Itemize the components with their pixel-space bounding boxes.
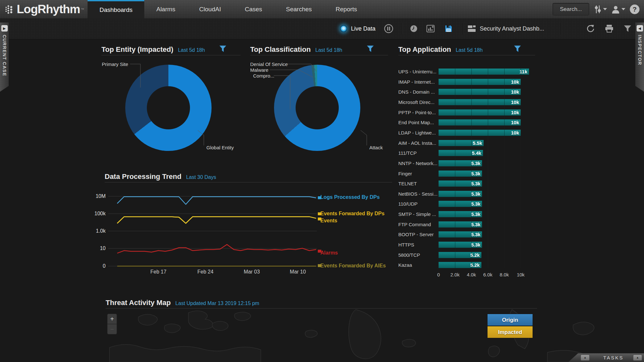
map-legend-impacted[interactable]: Impacted	[487, 326, 533, 338]
dashboard-toolbar: Live Data	[0, 18, 644, 39]
trend-legend-item[interactable]: Events Forwarded By AIEs	[320, 263, 386, 269]
application-bar[interactable]: 10k	[439, 130, 521, 136]
pause-button[interactable]	[384, 18, 393, 39]
map-legend-origin[interactable]: Origin	[487, 314, 533, 326]
global-entity-label: Global Entity	[206, 145, 234, 150]
panel-filter-icon[interactable]	[219, 45, 226, 52]
dashboard-name: Security Analyst Dashb...	[480, 25, 544, 32]
nav-tab-cases[interactable]: Cases	[233, 0, 274, 18]
tasks-expand-button[interactable]: ▲	[581, 355, 590, 361]
application-bar[interactable]: 5.3k	[439, 211, 482, 217]
tasks-expand-button[interactable]: ▲	[633, 355, 642, 361]
world-map[interactable]	[106, 309, 641, 362]
trend-legend-chip	[318, 212, 321, 215]
trend-legend-item[interactable]: Alarms	[320, 250, 338, 256]
application-bar[interactable]: 5.3k	[439, 171, 482, 177]
user-menu-button[interactable]	[611, 5, 625, 14]
help-button[interactable]: ?	[630, 5, 639, 14]
trend-legend-item[interactable]: Logs Processed By DPs	[320, 194, 380, 200]
trend-line	[117, 245, 316, 253]
logrhythm-dashboard: LogRhythm ™ DashboardsAlarmsCloudAICases…	[0, 0, 644, 362]
bar-value-label: 10k	[511, 109, 519, 116]
bar-value-label: 5.3k	[471, 242, 480, 248]
x-axis-tick: 0	[430, 272, 448, 277]
logrhythm-dots-icon	[5, 4, 14, 15]
bar-value-label: 5.3k	[471, 231, 480, 237]
bar-category-label: FTP Command	[398, 221, 438, 227]
panel-title: Top Application	[398, 45, 451, 53]
application-bar[interactable]: 10k	[439, 79, 521, 85]
bar-category-label: 111/TCP	[398, 150, 438, 156]
application-bar[interactable]: 5.5k	[439, 140, 484, 146]
panel-time-range: Last 5d 18h	[315, 47, 342, 53]
threat-activity-map-header: Threat Activity Map Last Updated Mar 13 …	[106, 299, 537, 309]
application-bar[interactable]: 5.3k	[439, 191, 482, 197]
search-input[interactable]: Search...	[553, 3, 589, 15]
refresh-button[interactable]	[586, 18, 595, 39]
time-range-button[interactable]	[410, 18, 418, 39]
application-bar[interactable]: 11k	[439, 69, 529, 75]
nav-right-cluster: Search...	[553, 0, 639, 18]
application-bar[interactable]: 5.3k	[439, 201, 482, 207]
nav-tab-alarms[interactable]: Alarms	[144, 0, 187, 18]
data-processing-trend-header: Data Processing Trend Last 30 Days	[105, 172, 392, 182]
inspector-tab[interactable]: ◀ INSPECTOR	[635, 23, 644, 92]
top-application-panel-header: Top Application Last 5d 18h	[398, 45, 535, 55]
toolbar-divider	[561, 23, 562, 34]
bar-category-label: SMTP - Simple ...	[398, 211, 438, 217]
trend-legend-item[interactable]: Events Forwarded By DPs	[320, 211, 384, 217]
print-button[interactable]	[605, 18, 614, 39]
panel-title: Data Processing Trend	[105, 172, 181, 181]
dashboard-selector[interactable]: Security Analyst Dashb...	[468, 18, 544, 39]
trend-legend-chip	[318, 250, 321, 253]
application-bar[interactable]: 5.4k	[439, 150, 483, 156]
trend-legend-item[interactable]: Events	[320, 218, 337, 224]
logrhythm-logo[interactable]: LogRhythm ™	[5, 3, 84, 16]
zoom-out-button[interactable]: −	[107, 324, 117, 334]
bar-category-label: IMAP - Internet...	[398, 79, 438, 85]
bar-category-label: 110/UDP	[398, 201, 438, 207]
application-bar[interactable]: 5.3k	[439, 231, 482, 237]
zoom-in-button[interactable]: +	[107, 314, 117, 324]
top-classification-donut-chart[interactable]	[274, 65, 360, 151]
inspector-collapse-icon: ◀	[637, 25, 643, 32]
y-axis-tick: 1.0k	[83, 228, 106, 234]
dashboard-layout-icon	[468, 25, 476, 32]
application-bar[interactable]: 5.3k	[439, 181, 482, 187]
nav-tab-searches[interactable]: Searches	[274, 0, 324, 18]
current-case-tab[interactable]: ▶ CURRENT CASE	[0, 23, 9, 92]
application-bar[interactable]: 5.2k	[439, 252, 481, 258]
panel-filter-icon[interactable]	[367, 45, 374, 52]
application-bar[interactable]: 5.3k	[439, 221, 482, 227]
application-bar[interactable]: 5.2k	[439, 262, 481, 268]
application-bar[interactable]: 10k	[439, 99, 521, 105]
nav-tab-cloudai[interactable]: CloudAI	[187, 0, 233, 18]
bar-value-label: 10k	[511, 79, 519, 85]
logo-trademark: ™	[81, 7, 84, 11]
live-data-toggle[interactable]: Live Data	[340, 18, 375, 39]
application-bar[interactable]: 10k	[439, 109, 521, 116]
filter-button[interactable]	[623, 18, 632, 39]
toolbar-divider	[462, 23, 463, 34]
x-axis-tick: Feb 17	[144, 269, 173, 275]
application-bar[interactable]: 5.3k	[439, 160, 482, 166]
preferences-button[interactable]	[594, 5, 607, 14]
bar-value-label: 5.3k	[471, 211, 480, 217]
current-case-label: CURRENT CASE	[2, 35, 7, 76]
save-dashboard-button[interactable]	[444, 18, 453, 39]
bar-value-label: 5.3k	[471, 221, 480, 227]
top-entity-donut-chart[interactable]	[125, 65, 212, 151]
nav-tab-reports[interactable]: Reports	[324, 0, 369, 18]
panel-filter-icon[interactable]	[514, 45, 521, 52]
trend-line	[117, 197, 316, 204]
application-bar[interactable]: 10k	[439, 119, 521, 125]
bar-value-label: 5.3k	[471, 191, 480, 197]
add-widget-button[interactable]	[426, 18, 435, 39]
application-bar[interactable]: 5.3k	[439, 242, 482, 248]
x-axis-tick: 4.0k	[462, 272, 480, 277]
application-bar[interactable]: 10k	[439, 89, 521, 95]
bar-category-label: Finger	[398, 171, 438, 177]
bar-value-label: 5.4k	[472, 150, 481, 156]
gridline	[471, 67, 472, 268]
bar-value-label: 10k	[511, 119, 519, 125]
